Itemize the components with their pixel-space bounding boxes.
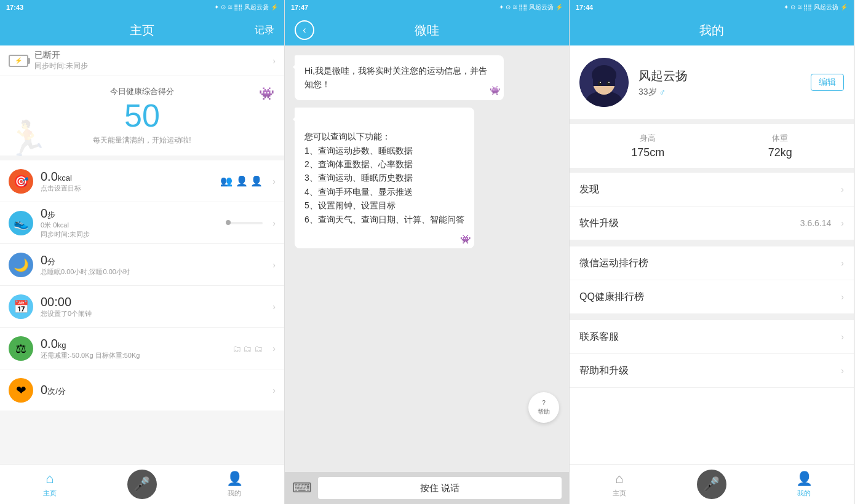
sleep-body: 0分 总睡眠0.00小时,深睡0.00小时 (41, 253, 268, 277)
message-text-1: Hi,我是微哇，我将实时关注您的运动信息，并告知您！ (304, 66, 487, 89)
sleep-value: 0分 (41, 253, 268, 267)
hold-label: 按住 说话 (420, 482, 459, 494)
profile-icon-1: 👤 (226, 471, 243, 487)
weight-value: 0.0kg (41, 337, 233, 351)
health-score-value: 50 (10, 100, 274, 132)
metric-calories[interactable]: 🎯 0.0kcal 点击设置目标 👥 👤 👤 › (0, 160, 284, 202)
back-btn-circle[interactable]: ‹ (295, 20, 314, 40)
profile-name: 风起云扬 (638, 68, 801, 84)
calories-body: 0.0kcal 点击设置目标 (41, 170, 220, 193)
status-bar-3: 17:44 ✦ ⊙ ≋ ⣿⣿ 风起云扬 ⚡ (570, 0, 854, 15)
weight-label: 体重 (768, 133, 792, 144)
device-row[interactable]: ⚡ 已断开 同步时间:未同步 › (0, 45, 284, 76)
bot-icon-2: 👾 (460, 232, 471, 246)
menu-wechat-rank[interactable]: 微信运动排行榜 › (570, 246, 854, 280)
menu-help[interactable]: 帮助和升级 › (570, 354, 854, 388)
nav-mic-1[interactable]: 🎤 (127, 470, 157, 499)
height-label: 身高 (631, 133, 664, 144)
weight-sub: 还需减重:-50.0Kg 目标体重:50Kg (41, 351, 233, 360)
metric-heartrate[interactable]: ❤ 0次/分 › (0, 369, 284, 411)
nav-profile-1[interactable]: 👤 我的 (213, 471, 256, 498)
header-1: 主页 记录 (0, 15, 284, 45)
mic-icon-1: 🎤 (133, 476, 150, 492)
nav-home-1[interactable]: ⌂ 主页 (28, 471, 71, 498)
nav-mic-3[interactable]: 🎤 (697, 470, 726, 499)
metric-weight[interactable]: ⚖ 0.0kg 还需减重:-50.0Kg 目标体重:50Kg 🗂 🗂 🗂 › (0, 328, 284, 369)
time-3: 17:44 (576, 4, 593, 11)
upgrade-chevron: › (841, 218, 844, 228)
alarm-chevron: › (272, 302, 276, 312)
panel-profile: 17:44 ✦ ⊙ ≋ ⣿⣿ 风起云扬 ⚡ 我的 (570, 0, 854, 504)
chat-message-1: Hi,我是微哇，我将实时关注您的运动信息，并告知您！ 👾 (295, 55, 504, 100)
height-stat: 身高 175cm (631, 133, 664, 159)
page-title-1: 主页 (130, 22, 154, 39)
heartrate-body: 0次/分 (41, 383, 268, 397)
heartrate-icon: ❤ (9, 378, 33, 403)
status-icons-3: ✦ ⊙ ≋ ⣿⣿ 风起云扬 ⚡ (784, 3, 848, 12)
nav-profile-3[interactable]: 👤 我的 (782, 471, 825, 498)
metric-alarm[interactable]: 📅 00:00 您设置了0个闹钟 › (0, 286, 284, 328)
steps-body: 0步 0米 0kcal 同步时间:未同步 (41, 207, 226, 239)
steps-chevron: › (272, 218, 276, 228)
nav-home-3[interactable]: ⌂ 主页 (598, 471, 641, 498)
status-icons-1: ✦ ⊙ ≋ ⣿⣿ 风起云扬 ⚡ (214, 3, 278, 12)
chat-input-bar: ⌨ 按住 说话 (285, 472, 569, 504)
keyboard-icon[interactable]: ⌨ (292, 480, 312, 496)
main-content: ⚡ 已断开 同步时间:未同步 › 🏃 今日健康综合得分 50 每天能量满满的，开… (0, 45, 284, 464)
health-score-label: 今日健康综合得分 (10, 86, 274, 97)
steps-sync: 同步时间:未同步 (41, 230, 226, 239)
wechat-rank-chevron: › (841, 258, 844, 268)
svg-point-6 (606, 81, 610, 86)
discover-chevron: › (841, 184, 844, 194)
device-icon: ⚡ (9, 55, 28, 67)
bot-icon-1: 👾 (490, 84, 500, 97)
menu-upgrade[interactable]: 软件升级 3.6.6.14 › (570, 207, 854, 240)
gender-icon: ♂ (659, 87, 666, 97)
panel-chat: 17:47 ✦ ⊙ ≋ ⣿⣿ 风起云扬 ⚡ ‹ 微哇 Hi,我是微哇，我将实时关… (285, 0, 570, 504)
health-subtitle: 每天能量满满的，开始运动啦! (10, 135, 274, 146)
home-icon-1: ⌂ (46, 471, 54, 487)
menu-contact[interactable]: 联系客服 › (570, 320, 854, 354)
contact-chevron: › (841, 332, 844, 342)
weight-chevron: › (272, 344, 276, 353)
steps-progress (226, 222, 263, 224)
chat-content: Hi,我是微哇，我将实时关注您的运动信息，并告知您！ 👾 您可以查询以下功能： … (285, 45, 569, 472)
steps-value: 0步 (41, 207, 226, 221)
profile-label-3: 我的 (797, 489, 811, 498)
time-1: 17:43 (6, 4, 23, 11)
panel-main: 17:43 ✦ ⊙ ≋ ⣿⣿ 风起云扬 ⚡ 主页 记录 ⚡ 已断开 同步时间:未… (0, 0, 285, 504)
help-question-icon: ? (542, 400, 546, 406)
calories-value: 0.0kcal (41, 170, 220, 184)
upgrade-label: 软件升级 (579, 217, 800, 230)
metric-steps[interactable]: 👟 0步 0米 0kcal 同步时间:未同步 › (0, 202, 284, 244)
menu-list: 发现 › 软件升级 3.6.6.14 › 微信运动排行榜 › QQ健康排行榜 ›… (570, 173, 854, 464)
svg-rect-4 (593, 75, 615, 86)
message-text-2: 您可以查询以下功能： 1、查询运动步数、睡眠数据 2、查询体重数据、心率数据 3… (304, 132, 464, 224)
record-link[interactable]: 记录 (255, 24, 274, 37)
bottom-nav-1: ⌂ 主页 🎤 👤 我的 (0, 464, 284, 504)
game-icon: 👾 (259, 86, 274, 101)
status-bar-1: 17:43 ✦ ⊙ ≋ ⣿⣿ 风起云扬 ⚡ (0, 0, 284, 15)
edit-button[interactable]: 编辑 (811, 74, 844, 91)
alarm-sub: 您设置了0个闹钟 (41, 309, 268, 318)
body-stats: 身高 175cm 体重 72kg (570, 124, 854, 173)
time-2: 17:47 (291, 4, 308, 11)
profile-info: 风起云扬 33岁 ♂ (638, 68, 801, 98)
hold-to-talk-btn[interactable]: 按住 说话 (318, 477, 562, 499)
contact-label: 联系客服 (579, 331, 836, 344)
back-button[interactable]: ‹ (295, 20, 314, 40)
wechat-rank-label: 微信运动排行榜 (579, 257, 836, 270)
profile-label-1: 我的 (228, 489, 241, 498)
weight-icon: ⚖ (9, 336, 33, 361)
metric-sleep[interactable]: 🌙 0分 总睡眠0.00小时,深睡0.00小时 › (0, 244, 284, 286)
sleep-icon: 🌙 (9, 253, 33, 277)
status-icons-2: ✦ ⊙ ≋ ⣿⣿ 风起云扬 ⚡ (499, 3, 563, 12)
heartrate-value: 0次/分 (41, 383, 268, 397)
heartrate-chevron: › (272, 385, 276, 395)
health-card: 🏃 今日健康综合得分 50 每天能量满满的，开始运动啦! 👾 (0, 76, 284, 156)
menu-discover[interactable]: 发现 › (570, 173, 854, 207)
discover-label: 发现 (579, 183, 836, 196)
menu-qq-rank[interactable]: QQ健康排行榜 › (570, 280, 854, 314)
divider-2 (570, 314, 854, 320)
help-button[interactable]: ? 帮助 (528, 392, 559, 423)
